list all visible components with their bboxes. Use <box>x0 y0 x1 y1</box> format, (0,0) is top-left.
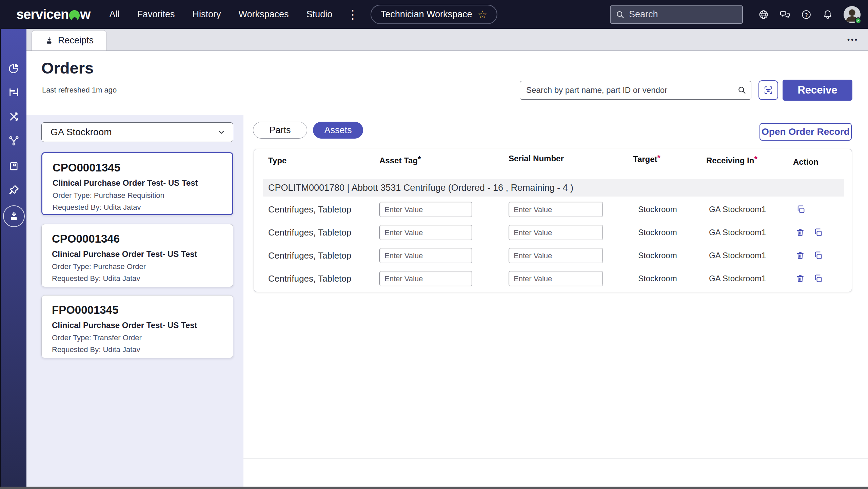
last-refreshed-text: Last refreshed 1m ago <box>42 86 117 95</box>
chat-icon[interactable] <box>780 9 790 20</box>
col-header-target: Target* <box>633 155 660 164</box>
copy-icon <box>813 251 823 260</box>
serial-number-input[interactable] <box>509 202 603 217</box>
receive-button[interactable]: Receive <box>783 80 852 101</box>
receiving-in-cell: GA Stockroom1 <box>709 251 766 260</box>
gantt-icon <box>8 86 20 98</box>
receive-icon <box>8 210 20 222</box>
copy-row-button[interactable] <box>813 274 823 283</box>
sidebar-item-planning[interactable] <box>8 86 20 98</box>
asset-tag-input[interactable] <box>379 248 472 263</box>
copy-icon <box>813 274 823 283</box>
order-name: Clinical Purchase Order Test- US Test <box>52 249 223 259</box>
svg-text:?: ? <box>805 12 808 17</box>
asset-tag-input[interactable] <box>379 202 472 217</box>
tab-overflow-ellipsis-icon[interactable]: ••• <box>847 36 859 44</box>
serial-number-input[interactable] <box>509 225 603 240</box>
barcode-scan-button[interactable] <box>758 80 778 100</box>
stockroom-select[interactable]: GA Stockroom <box>41 122 233 142</box>
asset-tag-input[interactable] <box>379 271 472 286</box>
order-requested-by: Requested By: Udita Jatav <box>52 345 223 354</box>
global-search[interactable] <box>610 5 743 24</box>
user-avatar[interactable] <box>844 6 861 23</box>
sidebar-item-workflow[interactable] <box>8 135 20 146</box>
help-icon[interactable]: ? <box>801 9 812 20</box>
receipts-table: Type Asset Tag* Serial Number Target* Re… <box>254 149 852 292</box>
search-icon[interactable] <box>737 85 747 95</box>
asset-type-cell: Centrifuges, Tabletop <box>268 250 351 261</box>
required-marker: * <box>418 155 421 164</box>
target-cell: Stockroom <box>638 205 677 214</box>
order-card[interactable]: FPO0001345 Clinical Purchase Order Test-… <box>41 295 233 358</box>
asset-row: Centrifuges, Tabletop Stockroom GA Stock… <box>254 198 852 221</box>
serial-number-input[interactable] <box>509 248 603 263</box>
open-order-record-button[interactable]: Open Order Record <box>760 123 852 141</box>
global-search-input[interactable] <box>629 9 737 20</box>
nav-item-all[interactable]: All <box>109 9 119 20</box>
order-requested-by: Requested By: Udita Jatav <box>53 203 222 212</box>
assets-tab[interactable]: Assets <box>313 122 363 139</box>
part-search <box>520 81 751 100</box>
order-card[interactable]: CPO0001346 Clinical Purchase Order Test-… <box>41 224 233 287</box>
order-type: Order Type: Purchase Requisition <box>53 191 222 200</box>
part-search-input[interactable] <box>520 81 751 100</box>
notifications-bell-icon[interactable] <box>822 9 833 20</box>
receipts-receive-icon <box>45 36 54 45</box>
delete-row-button[interactable] <box>795 274 805 283</box>
order-name: Clinical Purchase Order Test- US Test <box>53 178 222 188</box>
pie-chart-icon <box>8 63 20 74</box>
pin-icon <box>8 184 20 196</box>
nav-more-kebab-icon[interactable]: ⋮ <box>347 8 359 21</box>
asset-tag-input[interactable] <box>379 225 472 240</box>
sidebar-item-pinned[interactable] <box>8 184 20 196</box>
receiving-in-cell: GA Stockroom1 <box>709 205 766 214</box>
order-line-group-row: CPOLITM0001780 | Abbott 3531 Centrifuge … <box>263 179 844 197</box>
search-icon <box>615 10 625 19</box>
window-bottom-edge <box>0 487 868 489</box>
workspace-switcher[interactable]: Technician Workspace ☆ <box>371 5 497 24</box>
target-cell: Stockroom <box>638 274 677 283</box>
stockroom-value: GA Stockroom <box>51 127 112 138</box>
sidebar-item-tools[interactable] <box>8 111 20 122</box>
asset-type-cell: Centrifuges, Tabletop <box>268 204 351 215</box>
parts-tab[interactable]: Parts <box>253 122 307 139</box>
delete-row-button[interactable] <box>795 228 805 237</box>
receipt-detail-panel: Parts Assets Open Order Record Type Asse… <box>243 115 868 487</box>
order-type: Order Type: Purchase Order <box>52 262 223 271</box>
copy-row-button[interactable] <box>813 251 823 260</box>
nav-item-workspaces[interactable]: Workspaces <box>239 9 289 20</box>
nav-item-favorites[interactable]: Favorites <box>137 9 175 20</box>
sidebar-item-knowledge[interactable] <box>8 161 20 172</box>
tab-strip: Receipts ••• <box>26 29 868 51</box>
tab-label: Receipts <box>58 35 94 46</box>
order-card[interactable]: CPO0001345 Clinical Purchase Order Test-… <box>41 152 233 215</box>
order-number: FPO0001345 <box>52 304 223 317</box>
status-badge <box>855 17 862 24</box>
required-marker: * <box>754 155 757 164</box>
asset-row: Centrifuges, Tabletop Stockroom GA Stock… <box>254 267 852 290</box>
trash-icon <box>795 228 805 237</box>
copy-row-button[interactable] <box>813 228 823 237</box>
barcode-scan-icon <box>763 85 773 95</box>
tab-receipts[interactable]: Receipts <box>32 30 107 50</box>
globe-icon[interactable] <box>758 9 769 20</box>
serial-number-input[interactable] <box>509 271 603 286</box>
nav-item-studio[interactable]: Studio <box>307 9 333 20</box>
delete-row-button[interactable] <box>795 251 805 260</box>
required-marker: * <box>657 153 660 162</box>
col-header-action: Action <box>793 157 818 167</box>
copy-row-button[interactable] <box>796 205 806 214</box>
servicenow-logo[interactable]: servicenw <box>16 7 90 22</box>
sidebar-item-receive-active[interactable] <box>3 205 25 227</box>
sidebar-item-dashboard[interactable] <box>8 63 20 74</box>
nav-utility-cluster: ? <box>610 0 861 29</box>
order-name: Clinical Purchase Order Test- US Test <box>52 321 223 330</box>
favorite-star-icon[interactable]: ☆ <box>477 9 487 20</box>
order-requested-by: Requested By: Udita Jatav <box>52 274 223 283</box>
servicenow-mark-icon <box>69 10 80 21</box>
nav-item-history[interactable]: History <box>193 9 221 20</box>
header-toolbar: Receive <box>520 80 852 101</box>
receiving-in-cell: GA Stockroom1 <box>709 228 766 237</box>
app-window: servicenw All Favorites History Workspac… <box>0 0 868 489</box>
col-header-serial-number: Serial Number <box>509 154 564 163</box>
